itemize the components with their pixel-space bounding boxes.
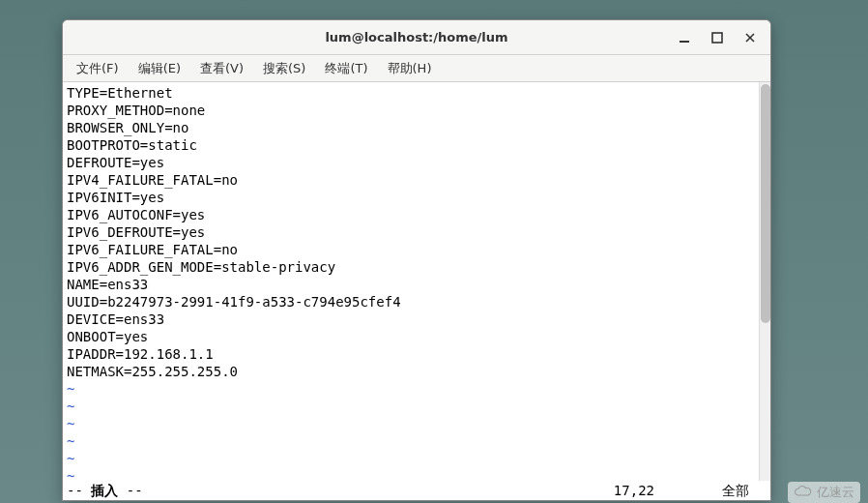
titlebar: lum@localhost:/home/lum — [63, 20, 770, 55]
vim-status-line: -- 插入 -- 17,22 全部 — [63, 481, 770, 500]
menu-search[interactable]: 搜索(S) — [253, 56, 315, 81]
menu-edit[interactable]: 编辑(E) — [129, 56, 190, 81]
svg-rect-0 — [680, 41, 689, 43]
watermark-text: 亿速云 — [817, 484, 854, 501]
menu-view[interactable]: 查看(V) — [190, 56, 253, 81]
menu-file[interactable]: 文件(F) — [67, 56, 129, 81]
menu-terminal[interactable]: 终端(T) — [315, 56, 377, 81]
minimize-icon — [679, 32, 690, 44]
cursor-position: 17,22 — [614, 481, 654, 500]
maximize-button[interactable] — [701, 23, 734, 52]
vim-mode: -- 插入 -- — [67, 481, 143, 500]
watermark: 亿速云 — [788, 482, 860, 503]
menu-help[interactable]: 帮助(H) — [378, 56, 442, 81]
editor-content[interactable]: TYPE=Ethernet PROXY_METHOD=none BROWSER_… — [63, 82, 770, 481]
close-icon — [744, 32, 756, 44]
minimize-button[interactable] — [668, 23, 701, 52]
scrollbar-thumb[interactable] — [761, 84, 770, 323]
cloud-icon — [794, 486, 813, 499]
scrollbar[interactable] — [759, 82, 770, 481]
window-title: lum@localhost:/home/lum — [63, 30, 770, 44]
terminal-window: lum@localhost:/home/lum 文件(F) 编辑(E) 查看(V… — [62, 19, 771, 501]
close-button[interactable] — [734, 23, 767, 52]
maximize-icon — [711, 32, 723, 44]
menubar: 文件(F) 编辑(E) 查看(V) 搜索(S) 终端(T) 帮助(H) — [63, 55, 770, 82]
terminal-area[interactable]: TYPE=Ethernet PROXY_METHOD=none BROWSER_… — [63, 82, 770, 500]
scroll-percent: 全部 — [722, 481, 749, 500]
window-controls — [668, 20, 767, 55]
svg-rect-1 — [712, 33, 722, 43]
